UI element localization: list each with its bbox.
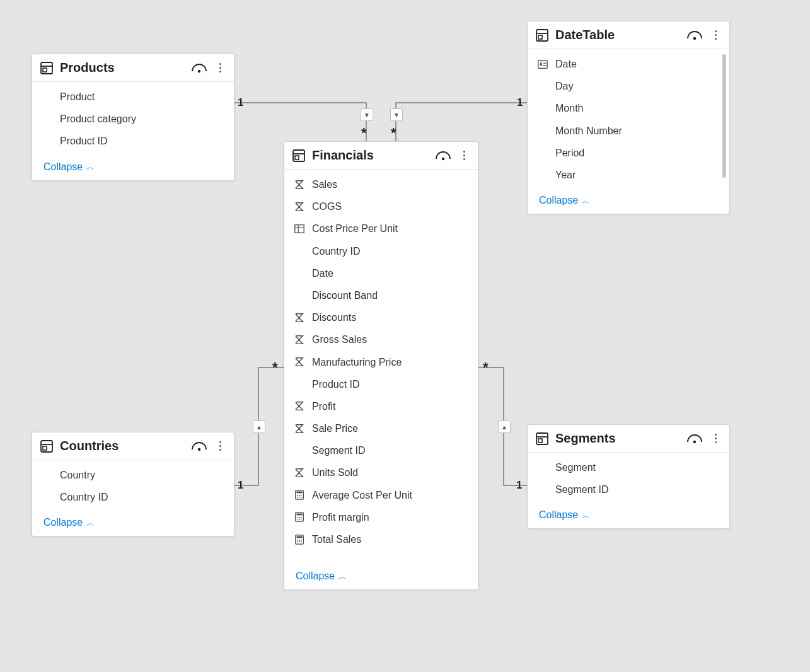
rel-datetable-cardinality-1: 1 — [517, 96, 523, 109]
field-list: Sales COGSCost Price Per UnitCountry IDD… — [284, 170, 478, 554]
rel-datetable-cardinality-many: * — [391, 126, 396, 140]
field-row[interactable]: Profit margin — [284, 506, 478, 528]
field-label: Product ID — [312, 376, 360, 393]
table-header[interactable]: Segments — [528, 425, 729, 453]
field-list: DateDayMonthMonth NumberPeriodYear — [528, 49, 729, 190]
visibility-icon[interactable] — [686, 433, 703, 444]
field-row[interactable]: Total Sales — [284, 528, 478, 550]
field-row[interactable]: Sales — [284, 173, 478, 195]
table-title: Financials — [312, 148, 429, 163]
sum-icon — [294, 467, 305, 478]
field-row[interactable]: Discounts — [284, 306, 478, 328]
field-label: COGS — [312, 198, 342, 215]
field-row[interactable]: Country ID — [32, 486, 234, 508]
field-label: Date — [312, 265, 333, 282]
field-row[interactable]: Gross Sales — [284, 328, 478, 350]
model-diagram-canvas[interactable]: 1 * 1 * 1 * 1 * Products ProductProduct … — [0, 0, 810, 672]
collapse-button[interactable]: Collapse ︿ — [528, 190, 729, 214]
calc-icon — [294, 534, 305, 545]
collapse-button[interactable]: Collapse ︿ — [284, 554, 478, 589]
field-label: Period — [555, 144, 584, 161]
rel-countries-cardinality-1: 1 — [238, 479, 243, 492]
field-row[interactable]: Date — [528, 53, 729, 75]
field-row[interactable]: Segment ID — [528, 478, 729, 501]
collapse-button[interactable]: Collapse ︿ — [528, 504, 729, 528]
table-title: DateTable — [555, 28, 680, 42]
field-row[interactable]: Product ID — [32, 130, 234, 152]
field-row[interactable]: Product category — [32, 108, 234, 130]
field-row[interactable]: Sale Price — [284, 417, 478, 439]
scrollbar-thumb[interactable] — [722, 54, 726, 178]
table-icon — [40, 61, 54, 75]
field-row[interactable]: Product — [32, 86, 234, 108]
field-row[interactable]: Units Sold — [284, 461, 478, 484]
table-header[interactable]: Countries — [32, 432, 234, 460]
rel-segments-cardinality-1: 1 — [516, 479, 522, 492]
field-label: Sale Price — [312, 420, 358, 437]
table-header[interactable]: Financials — [284, 142, 478, 170]
field-row[interactable]: Discount Band — [284, 284, 478, 306]
field-row[interactable]: Date — [284, 262, 478, 284]
field-row[interactable]: Segment — [528, 456, 729, 478]
field-row[interactable]: Manufacturing Price — [284, 351, 478, 373]
field-label: Manufacturing Price — [312, 354, 402, 371]
more-options-icon[interactable] — [214, 62, 226, 74]
collapse-label: Collapse — [539, 195, 578, 206]
field-row[interactable]: Segment ID — [284, 439, 478, 461]
field-row[interactable]: COGS — [284, 195, 478, 217]
field-row[interactable]: Product ID — [284, 373, 478, 395]
table-card-countries[interactable]: Countries CountryCountry ID Collapse ︿ — [32, 432, 234, 536]
table-card-datetable[interactable]: DateTable DateDayMonthMonth NumberPeriod… — [527, 21, 730, 214]
sum-icon — [294, 423, 305, 434]
visibility-icon[interactable] — [191, 441, 207, 452]
field-row[interactable]: Country ID — [284, 240, 478, 262]
collapse-label: Collapse — [43, 161, 83, 173]
field-label: Country — [60, 466, 95, 484]
rel-datetable-direction-icon — [390, 108, 403, 121]
field-label: Product category — [60, 110, 136, 127]
field-row[interactable]: Year — [528, 164, 729, 186]
field-label: Segment ID — [555, 481, 608, 498]
table-title: Products — [60, 61, 185, 75]
field-row[interactable]: Country — [32, 464, 234, 486]
table-card-segments[interactable]: Segments SegmentSegment ID Collapse ︿ — [527, 424, 730, 529]
table-header[interactable]: Products — [32, 54, 234, 82]
field-row[interactable]: Month Number — [528, 120, 729, 142]
field-row[interactable]: Month — [528, 97, 729, 119]
table-title: Countries — [60, 439, 185, 453]
chevron-up-icon: ︿ — [86, 519, 95, 527]
field-label: Country ID — [312, 243, 360, 260]
more-options-icon[interactable] — [709, 432, 722, 444]
field-row[interactable]: Cost Price Per Unit — [284, 217, 478, 240]
table-card-products[interactable]: Products ProductProduct categoryProduct … — [32, 54, 234, 181]
field-label: Month Number — [555, 122, 622, 139]
collapse-button[interactable]: Collapse ︿ — [32, 512, 234, 536]
field-label: Average Cost Per Unit — [312, 487, 412, 504]
table-card-financials[interactable]: Financials Sales COGSCost Price Per Unit… — [284, 141, 478, 590]
field-label: Total Sales — [312, 531, 361, 548]
table-header[interactable]: DateTable — [528, 21, 729, 49]
field-row[interactable]: Period — [528, 142, 729, 164]
field-label: Cost Price Per Unit — [312, 220, 398, 237]
chevron-up-icon: ︿ — [338, 572, 347, 581]
field-row[interactable]: Profit — [284, 395, 478, 417]
more-options-icon[interactable] — [709, 29, 722, 41]
field-list: CountryCountry ID — [32, 460, 234, 512]
sum-icon — [294, 356, 305, 368]
field-row[interactable]: Day — [528, 75, 729, 97]
visibility-icon[interactable] — [191, 62, 207, 74]
field-label: Day — [555, 78, 573, 95]
rel-segments-direction-icon — [498, 420, 511, 433]
chevron-up-icon: ︿ — [582, 511, 590, 519]
more-options-icon[interactable] — [458, 149, 470, 161]
more-options-icon[interactable] — [214, 440, 226, 452]
collapse-button[interactable]: Collapse ︿ — [32, 156, 234, 180]
visibility-icon[interactable] — [435, 150, 451, 161]
field-list: ProductProduct categoryProduct ID — [32, 82, 234, 156]
rel-countries-cardinality-many: * — [272, 361, 278, 374]
chevron-up-icon: ︿ — [582, 197, 590, 205]
visibility-icon[interactable] — [686, 30, 703, 41]
sum-icon — [294, 312, 305, 323]
table-icon — [294, 223, 305, 235]
field-row[interactable]: Average Cost Per Unit — [284, 484, 478, 506]
